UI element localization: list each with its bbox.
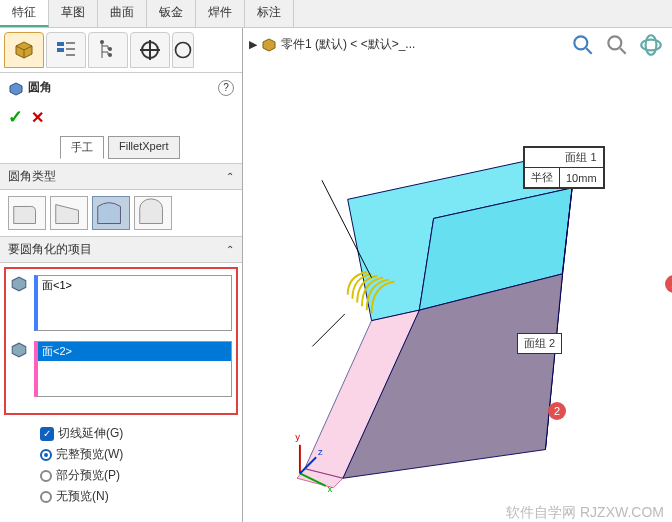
svg-rect-3 bbox=[66, 48, 75, 50]
ok-button[interactable]: ✓ bbox=[8, 106, 23, 128]
radio-icon bbox=[40, 491, 52, 503]
callout-radius-value[interactable]: 10mm bbox=[560, 168, 604, 188]
svg-text:z: z bbox=[318, 446, 323, 457]
panel-tab-more[interactable] bbox=[172, 32, 194, 68]
svg-rect-4 bbox=[66, 54, 75, 56]
face-set-icon bbox=[10, 275, 28, 293]
callout-facegroup2[interactable]: 面组 2 bbox=[517, 333, 562, 354]
zoom-area-icon[interactable] bbox=[604, 32, 630, 58]
svg-text:y: y bbox=[295, 431, 300, 442]
section-items-title: 要圆角化的项目 bbox=[8, 241, 92, 258]
opt-tangent-label: 切线延伸(G) bbox=[58, 425, 123, 442]
tab-surface[interactable]: 曲面 bbox=[98, 0, 147, 27]
viewport[interactable]: y x z bbox=[243, 58, 672, 522]
panel-tab-tree[interactable] bbox=[88, 32, 128, 68]
panel-tab-target[interactable] bbox=[130, 32, 170, 68]
panel-resizer[interactable] bbox=[243, 24, 247, 522]
fillet-icon bbox=[8, 80, 24, 96]
items-highlight-box: 面<1> 面<2> bbox=[4, 267, 238, 415]
tab-annotation[interactable]: 标注 bbox=[245, 0, 294, 27]
callout-radius-label: 半径 bbox=[525, 168, 560, 188]
face-item-2[interactable]: 面<2> bbox=[38, 342, 231, 361]
cancel-button[interactable]: ✕ bbox=[31, 108, 44, 127]
face-item-1[interactable]: 面<1> bbox=[38, 276, 231, 295]
zoom-fit-icon[interactable] bbox=[570, 32, 596, 58]
radio-icon bbox=[40, 449, 52, 461]
face-list-2[interactable]: 面<2> bbox=[34, 341, 232, 397]
svg-point-12 bbox=[641, 40, 661, 51]
svg-rect-0 bbox=[57, 42, 64, 46]
tab-sheetmetal[interactable]: 钣金 bbox=[147, 0, 196, 27]
svg-point-11 bbox=[608, 36, 621, 49]
mode-filletxpert[interactable]: FilletXpert bbox=[108, 136, 180, 159]
callout-group-label: 面组 bbox=[565, 151, 587, 163]
tab-sketch[interactable]: 草图 bbox=[49, 0, 98, 27]
opt-full-label: 完整预览(W) bbox=[56, 446, 123, 463]
fillet-type-face[interactable] bbox=[92, 196, 130, 230]
svg-text:x: x bbox=[328, 483, 333, 494]
opt-partial-label: 部分预览(P) bbox=[56, 467, 120, 484]
svg-point-9 bbox=[176, 43, 191, 58]
panel-tab-feature[interactable] bbox=[4, 32, 44, 68]
svg-point-13 bbox=[646, 35, 657, 55]
opt-partial-preview[interactable]: 部分预览(P) bbox=[40, 465, 230, 486]
svg-point-5 bbox=[100, 40, 104, 44]
svg-point-10 bbox=[574, 36, 587, 49]
checkbox-icon: ✓ bbox=[40, 427, 54, 441]
opt-tangent[interactable]: ✓切线延伸(G) bbox=[40, 423, 230, 444]
tab-feature[interactable]: 特征 bbox=[0, 0, 49, 27]
opt-no-label: 无预览(N) bbox=[56, 488, 109, 505]
feature-name: 圆角 bbox=[28, 79, 52, 96]
section-type-title: 圆角类型 bbox=[8, 168, 56, 185]
radio-icon bbox=[40, 470, 52, 482]
fillet-type-constant[interactable] bbox=[8, 196, 46, 230]
callout-group-num: 1 bbox=[590, 151, 596, 163]
tab-weldment[interactable]: 焊件 bbox=[196, 0, 245, 27]
svg-point-7 bbox=[108, 53, 112, 57]
callout-facegroup1[interactable]: 面组 1 半径10mm bbox=[523, 146, 605, 189]
panel-tab-properties[interactable] bbox=[46, 32, 86, 68]
svg-rect-2 bbox=[66, 42, 75, 44]
mode-manual[interactable]: 手工 bbox=[60, 136, 104, 159]
collapse-icon[interactable]: ⌃ bbox=[226, 171, 234, 182]
svg-line-21 bbox=[312, 314, 344, 346]
view-rotate-icon[interactable] bbox=[638, 32, 664, 58]
breadcrumb-part[interactable]: 零件1 (默认) < <默认>_... bbox=[281, 36, 415, 53]
svg-point-6 bbox=[108, 47, 112, 51]
face-set-icon bbox=[10, 341, 28, 359]
watermark: 软件自学网 RJZXW.COM bbox=[506, 504, 664, 522]
collapse-icon[interactable]: ⌃ bbox=[226, 244, 234, 255]
opt-no-preview[interactable]: 无预览(N) bbox=[40, 486, 230, 507]
fillet-type-full[interactable] bbox=[134, 196, 172, 230]
breadcrumb-arrow[interactable]: ▶ bbox=[249, 38, 257, 51]
info-icon[interactable]: ? bbox=[218, 80, 234, 96]
fillet-type-variable[interactable] bbox=[50, 196, 88, 230]
marker-2: 2 bbox=[548, 402, 566, 420]
svg-rect-1 bbox=[57, 48, 64, 52]
part-icon bbox=[261, 37, 277, 53]
face-list-1[interactable]: 面<1> bbox=[34, 275, 232, 331]
opt-full-preview[interactable]: 完整预览(W) bbox=[40, 444, 230, 465]
